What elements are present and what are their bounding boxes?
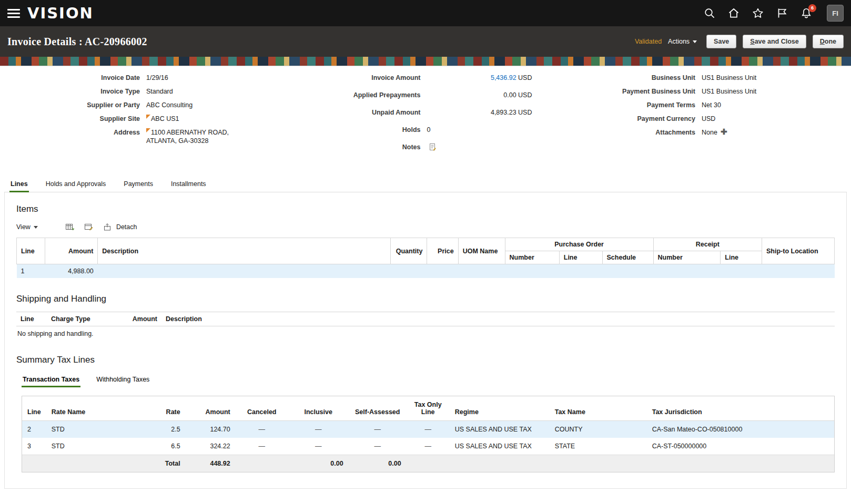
tax-regime: US SALES AND USE TAX (450, 421, 550, 438)
tab-payments[interactable]: Payments (123, 177, 154, 192)
supplier-value: ABC Consulting (146, 101, 259, 109)
col-group-purchase-order: Purchase Order (505, 238, 653, 251)
tax-rate-name: STD (46, 421, 149, 438)
col-jurisdiction: Tax Jurisdiction (647, 396, 834, 421)
home-icon[interactable] (727, 6, 741, 20)
done-button[interactable]: Done (813, 35, 844, 48)
field-label: Unpaid Amount (353, 108, 421, 117)
col-price: Price (427, 238, 458, 264)
save-and-close-button[interactable]: Save and Close (743, 35, 806, 48)
create-note-icon[interactable] (427, 143, 439, 151)
col-receipt-number: Number (653, 251, 721, 264)
notification-count-badge: 6 (808, 4, 816, 12)
tax-canceled: — (236, 438, 288, 455)
hamburger-menu-icon[interactable] (7, 9, 20, 18)
detail-tabs: Lines Holds and Approvals Payments Insta… (4, 177, 847, 192)
currency-code: USD (518, 109, 532, 116)
item-ship-to (762, 264, 834, 279)
col-rate-name: Rate Name (46, 396, 149, 421)
amount-text: 4,893.23 (491, 109, 516, 116)
status-badge: Validated (635, 38, 662, 45)
tax-inclusive: — (288, 421, 349, 438)
tax-name: COUNTY (550, 421, 647, 438)
tab-installments[interactable]: Installments (170, 177, 207, 192)
col-canceled: Canceled (236, 396, 288, 421)
save-and-close-label: Save and Close (750, 38, 798, 45)
field-label: Payment Currency (616, 115, 695, 123)
notifications-bell-icon[interactable]: 6 (799, 6, 813, 20)
notes-cell (427, 143, 532, 151)
detach-button[interactable]: Detach (102, 222, 137, 232)
applied-prepayments-value: 0.00 USD (427, 91, 532, 99)
actions-label: Actions (668, 38, 690, 45)
lines-panel: Items View Detach Line Amount (4, 192, 847, 489)
top-navigation-bar: VISION 6 FI (0, 0, 851, 26)
col-ship-amount: Amount (120, 312, 161, 326)
tax-table-container: Line Rate Name Rate Amount Canceled Incl… (22, 396, 835, 472)
tax-rate-name: STD (46, 438, 149, 455)
tax-total-row: Total 448.92 0.00 0.00 (22, 455, 834, 472)
tax-row[interactable]: 2 STD 2.5 124.70 — — — — US SALES AND US… (22, 421, 834, 438)
invoice-amount-value: 5,436.92 USD (427, 74, 532, 82)
view-menu-button[interactable]: View (16, 223, 38, 231)
tab-transaction-taxes[interactable]: Transaction Taxes (22, 373, 80, 387)
info-flag-icon (146, 115, 150, 119)
col-description: Description (98, 238, 391, 264)
payment-business-unit-value: US1 Business Unit (702, 87, 843, 96)
item-row[interactable]: 1 4,988.00 (17, 264, 835, 279)
tax-regime: US SALES AND USE TAX (450, 438, 550, 455)
item-po-number (505, 264, 559, 279)
total-inclusive: 0.00 (288, 455, 349, 472)
business-unit-value: US1 Business Unit (702, 74, 843, 82)
col-inclusive: Inclusive (288, 396, 349, 421)
tab-holds-and-approvals[interactable]: Holds and Approvals (45, 177, 107, 192)
tax-rate: 6.5 (149, 438, 186, 455)
item-line: 1 (17, 264, 45, 279)
detach-icon (102, 222, 114, 232)
tab-lines[interactable]: Lines (9, 177, 29, 192)
col-quantity: Quantity (391, 238, 427, 264)
save-button[interactable]: Save (706, 35, 736, 48)
item-amount: 4,988.00 (45, 264, 98, 279)
actions-menu-button[interactable]: Actions (668, 38, 697, 45)
announcements-flag-icon[interactable] (775, 6, 789, 20)
items-table: Line Amount Description Quantity Price U… (16, 238, 835, 278)
tax-amount: 124.70 (186, 421, 236, 438)
invoice-amount-link[interactable]: 5,436.92 (491, 74, 516, 81)
tax-rate: 2.5 (149, 421, 186, 438)
tab-withholding-taxes[interactable]: Withholding Taxes (95, 373, 150, 387)
tax-only-line: — (407, 421, 450, 438)
amount-text: 0.00 (503, 91, 516, 99)
export-to-excel-icon[interactable] (64, 222, 76, 232)
add-attachment-icon[interactable]: ✚ (721, 127, 727, 136)
items-section-title: Items (16, 204, 835, 214)
decorative-banner (0, 57, 851, 66)
field-label: Supplier Site (8, 115, 140, 123)
field-label: Notes (353, 143, 421, 151)
tax-canceled: — (236, 421, 288, 438)
query-by-example-icon[interactable] (83, 222, 95, 232)
favorites-star-icon[interactable] (751, 6, 765, 20)
col-ship-to-location: Ship-to Location (762, 238, 834, 264)
item-po-line (559, 264, 602, 279)
address-text: 1100 ABERNATHY ROAD, ATLANTA, GA-30328 (146, 129, 229, 145)
view-label: View (16, 223, 31, 231)
attachments-value: None (702, 129, 717, 136)
tax-row[interactable]: 3 STD 6.5 324.22 — — — — US SALES AND US… (22, 438, 834, 455)
total-amount: 448.92 (186, 455, 236, 472)
col-self-assessed: Self-Assessed (349, 396, 407, 421)
tax-self-assessed: — (349, 438, 407, 455)
tax-tabs: Transaction Taxes Withholding Taxes (16, 373, 835, 387)
col-tax-name: Tax Name (550, 396, 647, 421)
col-tax-only-line: Tax Only Line (407, 396, 450, 421)
search-icon[interactable] (703, 6, 716, 20)
user-avatar[interactable]: FI (827, 5, 844, 22)
field-label: Holds (353, 126, 421, 134)
col-regime: Regime (450, 396, 550, 421)
col-rate: Rate (149, 396, 186, 421)
col-charge-type: Charge Type (47, 312, 120, 326)
save-label: Save (714, 38, 729, 45)
col-po-schedule: Schedule (602, 251, 653, 264)
summary-middle-column: Invoice Amount 5,436.92 USD Applied Prep… (353, 74, 535, 151)
done-label: Done (820, 38, 836, 45)
